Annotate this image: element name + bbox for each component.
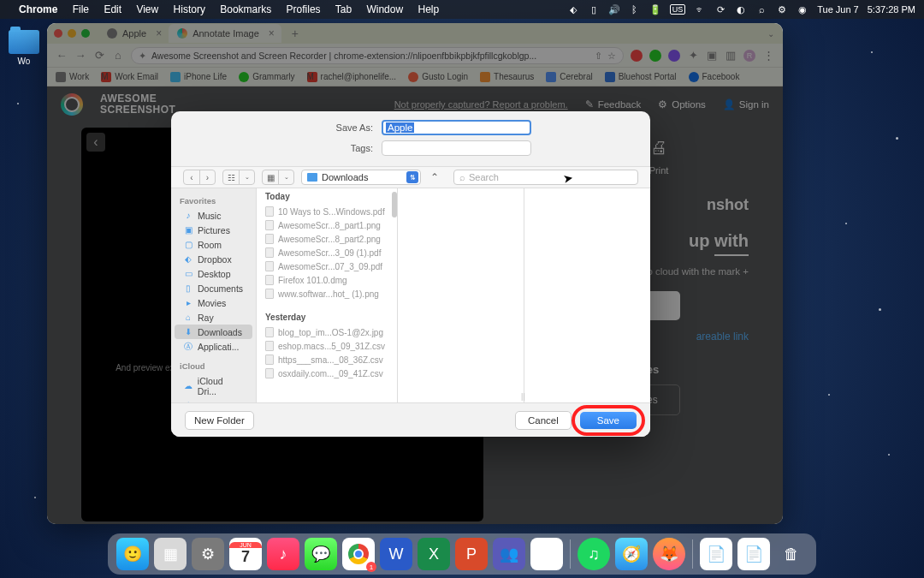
music-icon: ♪ (183, 211, 193, 221)
menu-profiles[interactable]: Profiles (287, 3, 321, 15)
sidebar-dropbox[interactable]: ⬖Dropbox (175, 252, 252, 266)
dock-file-2[interactable]: 📄 (737, 538, 770, 570)
home-icon: ⌂ (183, 313, 193, 323)
menu-window[interactable]: Window (366, 3, 403, 15)
menu-help[interactable]: Help (418, 3, 439, 15)
control-center-icon[interactable]: ⚙ (776, 3, 788, 15)
input-source[interactable]: US (670, 4, 686, 15)
volume-icon[interactable]: 🔊 (608, 3, 620, 15)
view-grid-button[interactable]: ▦⌄ (262, 170, 294, 185)
sidebar-applications[interactable]: ⒶApplicati... (175, 339, 252, 354)
favorites-header: Favorites (171, 194, 256, 208)
folder-icon (9, 30, 39, 54)
dropbox-icon: ⬖ (183, 254, 193, 265)
file-item[interactable]: https___sma..._08_36Z.csv (257, 353, 397, 366)
wifi-icon[interactable]: ᯤ (694, 3, 706, 15)
cloud-icon: ☁ (183, 381, 193, 391)
save-dialog: Save As: Apple Tags: ‹› ☷⌄ ▦⌄ Downloads … (171, 111, 650, 437)
tags-input[interactable] (382, 140, 531, 156)
sidebar-movies[interactable]: ▸Movies (175, 295, 252, 310)
menubar-time[interactable]: 5:37:28 PM (868, 4, 915, 15)
downloads-icon: ⬇ (183, 327, 193, 337)
menu-file[interactable]: File (73, 3, 89, 15)
dialog-toolbar: ‹› ☷⌄ ▦⌄ Downloads ⇅ ⌃ ⌕ Search (171, 166, 650, 188)
dock-word[interactable]: W (380, 538, 412, 570)
sync-icon[interactable]: ⟳ (714, 3, 726, 15)
file-item[interactable]: 10 Ways to S...Windows.pdf (257, 205, 397, 218)
file-item[interactable]: osxdaily.com..._09_41Z.csv (257, 366, 397, 380)
file-item[interactable]: AwesomeScr...8_part1.png (257, 218, 397, 232)
dock-calendar[interactable]: JUN7 (229, 538, 262, 570)
dock-launchpad[interactable]: ▦ (154, 538, 187, 570)
save-button[interactable]: Save (580, 412, 637, 429)
file-item[interactable]: eshop.macs...5_09_31Z.csv (257, 339, 397, 353)
sidebar-documents[interactable]: ▯Documents (175, 281, 252, 295)
file-item[interactable]: AwesomeScr...07_3_09.pdf (257, 259, 397, 273)
sidebar-music[interactable]: ♪Music (175, 208, 252, 223)
desktop-folder[interactable]: Wo (9, 30, 39, 66)
dock-music[interactable]: ♪ (267, 538, 299, 570)
desktop-icon: ▭ (183, 269, 193, 279)
dock-messages[interactable]: 💬 (305, 538, 337, 570)
new-folder-button[interactable]: New Folder (185, 411, 254, 430)
folder-icon (307, 173, 317, 182)
dock-safari[interactable]: 🧭 (615, 538, 648, 570)
dock-firefox[interactable]: 🦊 (653, 538, 685, 570)
dock-chrome[interactable]: 1 (342, 538, 375, 570)
dock-finder[interactable]: 🙂 (116, 538, 149, 570)
dock-spotify[interactable]: ♫ (578, 538, 610, 570)
dock-settings[interactable]: ⚙ (192, 538, 224, 570)
app-name[interactable]: Chrome (19, 3, 57, 15)
menu-bookmarks[interactable]: Bookmarks (220, 3, 271, 15)
battery-icon[interactable]: 🔋 (649, 3, 661, 15)
do-not-disturb-icon[interactable]: ◐ (735, 3, 747, 15)
menu-view[interactable]: View (136, 3, 158, 15)
resize-handle-icon[interactable]: || (521, 392, 525, 401)
scrollbar[interactable] (392, 192, 397, 217)
menu-edit[interactable]: Edit (104, 3, 121, 15)
file-item[interactable]: AwesomeScr...3_09 (1).pdf (257, 246, 397, 259)
menu-history[interactable]: History (174, 3, 205, 15)
dock-trash[interactable]: 🗑 (775, 538, 808, 570)
sidebar-room[interactable]: ▢Room (175, 237, 252, 252)
dock-file-1[interactable]: 📄 (700, 538, 732, 570)
dock-powerpoint[interactable]: P (455, 538, 488, 570)
location-value: Downloads (322, 172, 368, 182)
sidebar-desktop[interactable]: ▭Desktop (175, 266, 252, 281)
view-columns-button[interactable]: ☷⌄ (222, 170, 255, 185)
sidebar-downloads[interactable]: ⬇Downloads (175, 325, 252, 339)
file-item[interactable]: www.softwar...hot_ (1).png (257, 287, 397, 301)
sidebar-ray[interactable]: ⌂Ray (175, 310, 252, 325)
dock-slack[interactable]: ⌗ (530, 538, 563, 570)
search-icon[interactable]: ⌕ (755, 3, 767, 15)
dock-teams[interactable]: 👥 (493, 538, 525, 570)
movies-icon: ▸ (183, 298, 193, 308)
file-item[interactable]: blog_top_im...OS-1@2x.jpg (257, 325, 397, 339)
dock-excel[interactable]: X (418, 538, 450, 570)
sidebar-pictures[interactable]: ▣Pictures (175, 223, 252, 237)
mobile-icon[interactable]: ▯ (588, 3, 600, 15)
today-header: Today (257, 188, 397, 205)
save-as-input[interactable]: Apple (382, 120, 531, 135)
file-item[interactable]: Firefox 101.0.dmg (257, 273, 397, 287)
dropbox-menubar-icon[interactable]: ⬖ (567, 3, 579, 15)
app-menus: Chrome File Edit View History Bookmarks … (19, 3, 451, 15)
cancel-button[interactable]: Cancel (515, 411, 572, 430)
file-item[interactable]: AwesomeScr...8_part2.png (257, 232, 397, 246)
dialog-sidebar: Favorites ♪Music ▣Pictures ▢Room ⬖Dropbo… (171, 188, 257, 402)
nav-back-forward[interactable]: ‹› (183, 170, 216, 185)
sidebar-icloud-drive[interactable]: ☁iCloud Dri... (175, 373, 252, 398)
folder-label: Wo (9, 57, 39, 66)
search-field[interactable]: ⌕ Search (453, 170, 638, 185)
file-list-column: Today 10 Ways to S...Windows.pdf Awesome… (257, 188, 398, 402)
location-dropdown[interactable]: Downloads ⇅ (301, 170, 421, 185)
menu-tab[interactable]: Tab (335, 3, 352, 15)
dialog-footer: New Folder Cancel Save (171, 402, 650, 437)
siri-icon[interactable]: ◉ (797, 3, 808, 15)
bluetooth-icon[interactable]: ᛒ (629, 3, 641, 15)
applications-icon: Ⓐ (183, 342, 193, 352)
path-up-button[interactable]: ⌃ (428, 171, 441, 183)
menubar-date[interactable]: Tue Jun 7 (817, 4, 859, 15)
documents-icon: ▯ (183, 283, 193, 294)
file-list-column-3: || (524, 188, 650, 402)
